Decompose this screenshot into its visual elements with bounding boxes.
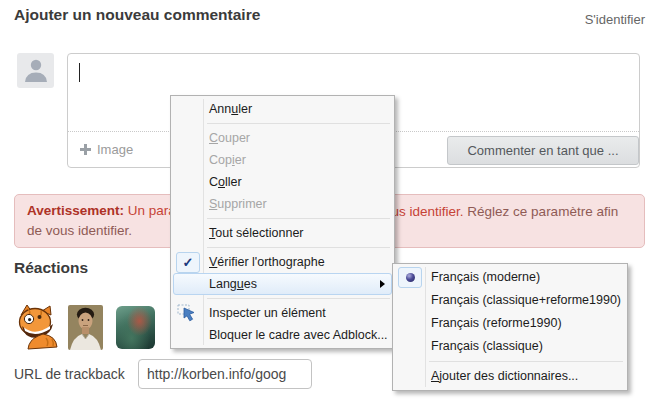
menu-separator — [207, 218, 390, 219]
label: ouper — [218, 131, 250, 145]
label: Français (moderne) — [431, 270, 540, 284]
submenu-item-ajouter-dictionnaires[interactable]: Ajouter des dictionnaires... — [395, 365, 625, 388]
menu-item-couper[interactable]: Couper — [173, 127, 392, 149]
menu-item-annuler[interactable]: Annuler — [173, 98, 392, 120]
menu-item-copier[interactable]: Copier — [173, 149, 392, 171]
submenu-arrow-icon — [380, 280, 385, 288]
language-submenu: Français (moderne) Français (classique+r… — [392, 263, 628, 391]
radio-selected — [398, 267, 422, 288]
reaction-avatar-art[interactable] — [116, 306, 155, 349]
reaction-avatar-cat[interactable] — [16, 303, 60, 350]
submenu-item-francais-classique-reforme1990[interactable]: Français (classique+reforme1990) — [395, 289, 625, 312]
warning-text-fragment: ous identifier. — [384, 204, 464, 219]
warning-text-line2: de vous identifier. — [27, 223, 132, 238]
menu-separator — [207, 298, 390, 299]
reactions-title: Réactions — [14, 259, 88, 277]
label: jouter des dictionnaires... — [439, 369, 578, 383]
submenu-item-francais-reforme1990[interactable]: Français (reforme1990) — [395, 312, 625, 335]
radio-icon — [406, 273, 415, 282]
submenu-item-francais-moderne[interactable]: Français (moderne) — [395, 266, 625, 289]
warning-text-right: ous identifier. Réglez ce paramètre afin — [384, 202, 618, 222]
signin-link[interactable]: S'identifier — [585, 12, 645, 27]
warning-text-fragment: Réglez ce paramètre afin — [467, 204, 618, 219]
person-silhouette-icon — [23, 56, 49, 86]
label: o — [218, 175, 225, 189]
menu-separator — [207, 123, 390, 124]
warning-text-fragment: Un para — [128, 203, 176, 218]
label: er — [235, 153, 246, 167]
menu-separator — [207, 247, 390, 248]
label: ler — [238, 102, 252, 116]
comment-as-button[interactable]: Commenter en tant que ... — [447, 136, 639, 165]
avatar-placeholder — [17, 53, 54, 88]
trackback-label: URL de trackback — [14, 366, 125, 382]
menu-item-bloquer-adblock[interactable]: Bloquer le cadre avec Adblock... — [173, 324, 392, 346]
label: Français (classique) — [431, 339, 543, 353]
menu-item-inspecter-element[interactable]: Inspecter un élément — [173, 302, 392, 324]
add-image-label: Image — [97, 142, 133, 157]
add-image-button[interactable]: Image — [80, 132, 133, 167]
label: out sélectionner — [215, 226, 303, 240]
label: C — [209, 131, 218, 145]
label: Français (classique+reforme1990) — [431, 293, 621, 307]
context-menu: Annuler Couper Copier Coller Supprimer T… — [170, 95, 395, 349]
menu-item-langues[interactable]: Langues — [173, 273, 392, 295]
label: Ann — [209, 102, 231, 116]
label: Bloquer le cadre avec Adblock... — [209, 328, 388, 342]
checkbox-checked: ✓ — [176, 252, 200, 273]
menu-separator — [429, 361, 623, 362]
label: Français (reforme1990) — [431, 316, 562, 330]
menu-item-verifier-orthographe[interactable]: ✓ Vérifier l'orthographe — [173, 251, 392, 273]
page: Ajouter un nouveau commentaire S'identif… — [0, 0, 659, 402]
menu-item-supprimer[interactable]: Supprimer — [173, 193, 392, 215]
warning-label: Avertissement: — [27, 203, 124, 218]
label: C — [209, 175, 218, 189]
label: ller — [225, 175, 242, 189]
menu-item-coller[interactable]: Coller — [173, 171, 392, 193]
label: Lang — [209, 277, 237, 291]
plus-icon — [80, 144, 91, 155]
label: u — [237, 277, 244, 291]
reaction-avatar-man[interactable] — [68, 305, 103, 350]
trackback-url-input[interactable] — [138, 359, 312, 389]
submenu-item-francais-classique[interactable]: Français (classique) — [395, 335, 625, 358]
menu-item-tout-selectionner[interactable]: Tout sélectionner — [173, 222, 392, 244]
label: upprimer — [217, 197, 266, 211]
page-title: Ajouter un nouveau commentaire — [14, 6, 260, 24]
label: érifier l'orthographe — [217, 255, 324, 269]
text-caret — [79, 63, 80, 82]
label: es — [244, 277, 257, 291]
check-icon: ✓ — [183, 256, 194, 269]
label: Inspecter un élément — [209, 306, 326, 320]
label: Cop — [209, 153, 232, 167]
